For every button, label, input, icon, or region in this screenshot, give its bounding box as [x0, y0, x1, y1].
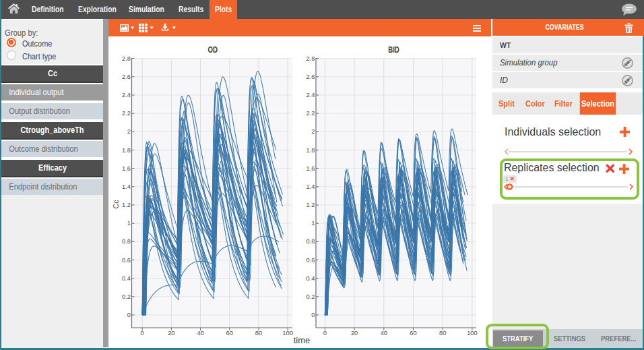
svg-text:2.6: 2.6 — [122, 74, 131, 80]
svg-text:40: 40 — [381, 330, 387, 337]
svg-text:20: 20 — [168, 330, 174, 337]
svg-text:2: 2 — [127, 128, 131, 135]
svg-text:1.8: 1.8 — [307, 147, 315, 154]
svg-text:0.6: 0.6 — [122, 257, 131, 264]
svg-text:2.8: 2.8 — [122, 55, 131, 62]
svg-text:1.8: 1.8 — [122, 147, 131, 154]
svg-text:100: 100 — [282, 330, 293, 337]
svg-text:0.8: 0.8 — [122, 238, 131, 245]
svg-text:100: 100 — [467, 330, 478, 337]
svg-text:1.2: 1.2 — [122, 202, 131, 208]
svg-text:1: 1 — [311, 220, 315, 227]
svg-text:60: 60 — [226, 330, 233, 337]
svg-text:20: 20 — [351, 330, 358, 337]
svg-text:0.8: 0.8 — [307, 238, 315, 245]
svg-text:2.4: 2.4 — [122, 92, 131, 98]
svg-text:0.4: 0.4 — [122, 275, 131, 282]
svg-text:0.2: 0.2 — [307, 293, 315, 300]
svg-text:80: 80 — [255, 330, 262, 337]
svg-text:80: 80 — [439, 330, 446, 337]
svg-text:1.4: 1.4 — [122, 183, 131, 190]
svg-text:0.4: 0.4 — [307, 275, 315, 282]
svg-text:2.6: 2.6 — [307, 74, 315, 80]
svg-text:2.8: 2.8 — [307, 55, 315, 62]
svg-text:2.4: 2.4 — [307, 92, 315, 98]
svg-text:0.2: 0.2 — [122, 293, 131, 300]
svg-text:0: 0 — [311, 312, 315, 318]
svg-text:time: time — [294, 335, 311, 345]
svg-text:0: 0 — [127, 312, 131, 318]
svg-text:40: 40 — [197, 330, 203, 337]
svg-text:0: 0 — [323, 330, 327, 337]
svg-text:0: 0 — [141, 330, 144, 337]
svg-text:OD: OD — [208, 45, 218, 55]
svg-text:1.2: 1.2 — [307, 202, 315, 208]
svg-text:BID: BID — [388, 45, 399, 55]
svg-text:2: 2 — [311, 128, 315, 135]
svg-text:1: 1 — [127, 220, 131, 227]
svg-text:1.6: 1.6 — [307, 165, 315, 172]
svg-text:1.4: 1.4 — [307, 183, 315, 190]
svg-text:1.6: 1.6 — [122, 165, 131, 172]
svg-text:2.2: 2.2 — [307, 110, 315, 117]
svg-text:60: 60 — [410, 330, 416, 337]
svg-text:0.6: 0.6 — [307, 257, 315, 264]
svg-text:Cc: Cc — [112, 200, 120, 209]
svg-text:2.2: 2.2 — [122, 110, 131, 117]
